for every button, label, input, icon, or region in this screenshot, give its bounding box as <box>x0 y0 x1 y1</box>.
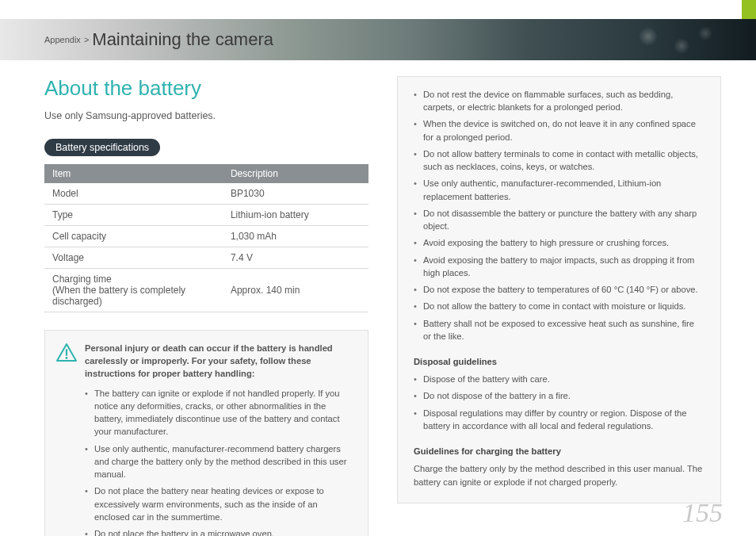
spec-header-desc: Description <box>223 164 368 183</box>
list-item: Do not allow battery terminals to come i… <box>414 147 704 173</box>
list-item: Do not place the battery near heating de… <box>85 484 353 523</box>
warning-content: Personal injury or death can occur if th… <box>85 342 353 536</box>
list-item: Do not place the battery in a microwave … <box>85 527 353 536</box>
spec-cell-desc: 1,030 mAh <box>223 226 368 247</box>
spec-table: Item Description Model BP1030 Type Lithi… <box>44 164 368 312</box>
page-root: Appendix > Maintaining the camera About … <box>0 0 756 536</box>
list-item: Do not allow the battery to come in cont… <box>414 300 704 312</box>
spec-cell-desc: BP1030 <box>223 183 368 205</box>
breadcrumb-appendix: Appendix <box>44 35 81 44</box>
list-item: Do not expose the battery to temperature… <box>414 283 704 296</box>
header-band: Appendix > Maintaining the camera <box>0 19 756 60</box>
spec-cell-desc: Approx. 140 min <box>223 269 368 312</box>
content-body: About the battery Use only Samsung-appro… <box>44 76 721 520</box>
list-item: When the device is switched on, do not l… <box>414 117 704 143</box>
intro-text: Use only Samsung-approved batteries. <box>44 110 368 121</box>
page-number: 155 <box>682 498 723 528</box>
table-row: Type Lithium-ion battery <box>44 205 368 226</box>
right-column: Do not rest the device on flammable surf… <box>397 76 721 520</box>
list-item: Dispose of the battery with care. <box>414 373 704 385</box>
list-item: Avoid exposing the battery to major impa… <box>414 254 704 279</box>
list-item: Battery shall not be exposed to excessiv… <box>414 317 704 343</box>
charging-text: Charge the battery only by the method de… <box>414 462 704 488</box>
disposal-heading: Disposal guidelines <box>414 355 704 368</box>
warning-list: The battery can ignite or explode if not… <box>85 387 353 536</box>
spec-cell-desc: Lithium-ion battery <box>223 205 368 226</box>
warning-box: Personal injury or death can occur if th… <box>44 330 368 536</box>
breadcrumb-title: Maintaining the camera <box>92 29 273 50</box>
spec-cell-item: Cell capacity <box>44 226 223 247</box>
table-row: Model BP1030 <box>44 183 368 205</box>
spec-header-item: Item <box>44 164 223 183</box>
spec-cell-item: Model <box>44 183 223 205</box>
spec-cell-desc: 7.4 V <box>223 247 368 269</box>
warning-heading: Personal injury or death can occur if th… <box>85 342 353 381</box>
disposal-list: Dispose of the battery with care. Do not… <box>414 373 704 432</box>
table-row: Voltage 7.4 V <box>44 247 368 269</box>
list-item: The battery can ignite or explode if not… <box>85 387 353 438</box>
list-item: Do not rest the device on flammable surf… <box>414 88 704 113</box>
charging-heading: Guidelines for charging the battery <box>414 445 704 458</box>
breadcrumb-separator: > <box>84 35 89 44</box>
spec-cell-item: Charging time (When the battery is compl… <box>44 269 223 312</box>
spec-cell-item: Voltage <box>44 247 223 269</box>
spec-heading-pill: Battery specifications <box>44 139 160 156</box>
list-item: Avoid exposing the battery to high press… <box>414 236 704 249</box>
spec-cell-item: Type <box>44 205 223 226</box>
svg-point-2 <box>66 357 68 359</box>
list-item: Disposal regulations may differ by count… <box>414 407 704 432</box>
table-row: Cell capacity 1,030 mAh <box>44 226 368 247</box>
table-row: Charging time (When the battery is compl… <box>44 269 368 312</box>
list-item: Do not dispose of the battery in a fire. <box>414 389 704 402</box>
list-item: Use only authentic, manufacturer-recomme… <box>85 442 353 481</box>
list-item: Do not disassemble the battery or punctu… <box>414 207 704 232</box>
section-title: About the battery <box>44 76 368 101</box>
left-column: About the battery Use only Samsung-appro… <box>44 76 368 520</box>
right-info-box: Do not rest the device on flammable surf… <box>397 76 721 503</box>
safety-list: Do not rest the device on flammable surf… <box>414 88 704 343</box>
warning-icon <box>56 343 77 536</box>
list-item: Use only authentic, manufacturer-recomme… <box>414 177 704 202</box>
